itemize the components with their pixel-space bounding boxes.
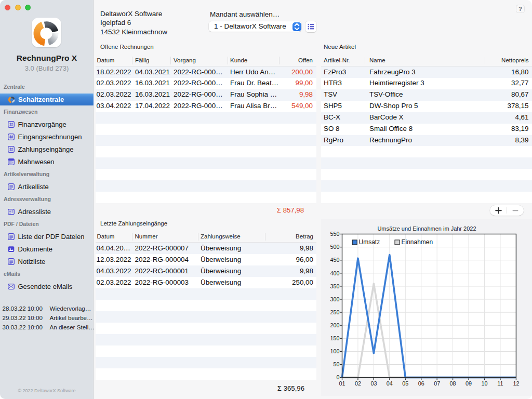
svg-text:50: 50: [333, 361, 339, 367]
svg-text:11: 11: [497, 380, 503, 387]
svg-text:12: 12: [513, 380, 519, 387]
svg-text:04: 04: [387, 380, 393, 387]
svg-text:03: 03: [370, 380, 377, 387]
svg-text:350: 350: [330, 283, 339, 289]
svg-text:450: 450: [330, 257, 339, 263]
svg-text:Umsatz: Umsatz: [359, 238, 380, 246]
svg-text:07: 07: [434, 380, 440, 387]
svg-text:500: 500: [330, 244, 339, 250]
svg-text:08: 08: [450, 380, 456, 387]
svg-text:01: 01: [339, 380, 345, 387]
svg-text:100: 100: [330, 348, 339, 354]
svg-text:02: 02: [355, 380, 361, 387]
svg-text:Einnahmen: Einnahmen: [402, 238, 433, 246]
svg-text:250: 250: [330, 309, 339, 315]
svg-text:200: 200: [330, 322, 339, 328]
svg-text:10: 10: [482, 380, 488, 387]
svg-text:06: 06: [418, 380, 424, 387]
svg-text:Umsätze und Einnahmen im Jahr: Umsätze und Einnahmen im Jahr 2022: [377, 225, 476, 232]
svg-text:550: 550: [330, 231, 339, 237]
svg-text:150: 150: [330, 335, 339, 341]
svg-text:400: 400: [330, 270, 339, 276]
svg-text:0: 0: [336, 374, 339, 380]
svg-text:09: 09: [466, 380, 472, 387]
svg-text:300: 300: [330, 296, 339, 302]
svg-text:05: 05: [402, 380, 408, 387]
